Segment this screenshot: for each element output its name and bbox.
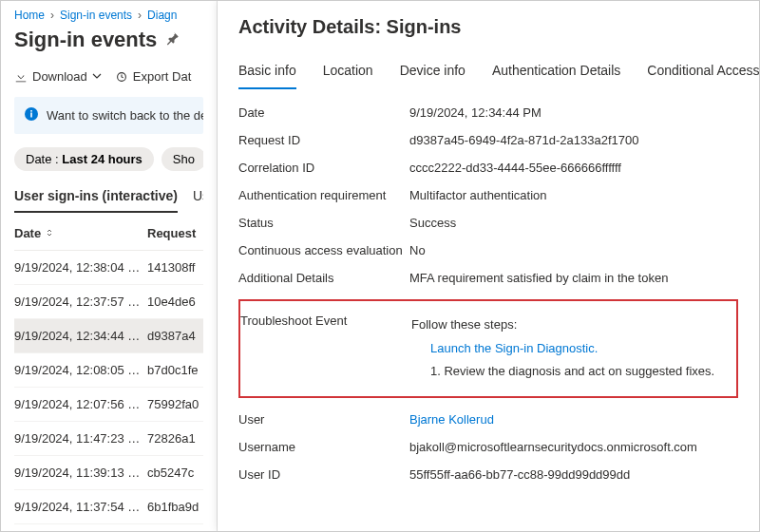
field-username: Usernamebjakoll@microsoftlearnsecuritydo… (238, 433, 738, 461)
svg-rect-2 (30, 113, 32, 118)
field-value: Multifactor authentication (409, 188, 738, 202)
breadcrumb-sign-in-events[interactable]: Sign-in events (60, 9, 132, 22)
tab-device-info[interactable]: Device info (400, 59, 466, 89)
field-label: User (238, 412, 409, 427)
field-value: bjakoll@microsoftlearnsecuritydocs.onmic… (409, 440, 738, 454)
chevron-right-icon: › (50, 9, 54, 22)
tab-conditional-access[interactable]: Conditional Access (647, 59, 759, 89)
left-pane: Home › Sign-in events › Diagn Sign-in ev… (1, 1, 218, 531)
field-correlation-id: Correlation IDcccc2222-dd33-4444-55ee-66… (238, 154, 738, 181)
tab-interactive-sign-ins[interactable]: User sign-ins (interactive) (14, 182, 178, 213)
table-row[interactable]: 9/19/2024, 12:37:57 …10e4de6 (14, 285, 203, 319)
field-request-id: Request IDd9387a45-6949-4f2a-871d-2a133a… (238, 126, 738, 154)
field-label: Authentication requirement (238, 188, 409, 202)
cell-date: 9/19/2024, 11:47:23 … (14, 431, 147, 446)
filter-date-value: Last 24 hours (62, 152, 142, 166)
field-value: MFA requirement satisfied by claim in th… (409, 271, 738, 285)
field-label: Date (238, 105, 409, 120)
chevron-down-icon (92, 69, 102, 84)
grid-header-date[interactable]: Date (14, 226, 147, 240)
tab-auth-details[interactable]: Authentication Details (492, 59, 620, 89)
field-value: 55ff55ff-aa66-bb77-cc88-99dd99dd99dd (409, 467, 738, 482)
info-icon (24, 106, 39, 124)
sort-icon (45, 226, 54, 240)
field-user-id: User ID55ff55ff-aa66-bb77-cc88-99dd99dd9… (238, 461, 738, 488)
tab-basic-info[interactable]: Basic info (238, 59, 296, 89)
cell-request: 141308ff (147, 260, 203, 275)
launch-diagnostic-link[interactable]: Launch the Sign-in Diagnostic. (430, 341, 598, 355)
field-label: Request ID (238, 133, 409, 147)
download-label: Download (32, 69, 87, 84)
cell-date: 9/19/2024, 12:34:44 … (14, 329, 147, 343)
filter-date-pill[interactable]: Date : Last 24 hours (14, 147, 154, 171)
table-row[interactable]: 9/19/2024, 11:39:13 …cb5247c (14, 456, 203, 490)
table-row[interactable]: 9/19/2024, 11:47:23 …72826a1 (14, 422, 203, 456)
field-auth-requirement: Authentication requirementMultifactor au… (238, 181, 738, 209)
cell-date: 9/19/2024, 12:08:05 … (14, 363, 147, 377)
cell-date: 9/19/2024, 11:39:13 … (14, 466, 147, 480)
export-label: Export Dat (133, 69, 191, 84)
page-title: Sign-in events (14, 28, 157, 52)
cell-request: 10e4de6 (147, 294, 203, 309)
breadcrumb-diagnostics[interactable]: Diagn (147, 9, 177, 22)
cell-request: cb5247c (147, 466, 203, 480)
cell-date: 9/19/2024, 11:37:54 … (14, 500, 147, 514)
filter-row: Date : Last 24 hours Sho (14, 147, 203, 171)
detail-title: Activity Details: Sign-ins (238, 16, 738, 38)
field-value: 9/19/2024, 12:34:44 PM (409, 105, 738, 120)
field-label: Username (238, 440, 409, 454)
table-row[interactable]: 9/19/2024, 12:38:04 …141308ff (14, 251, 203, 285)
grid-header-date-label: Date (14, 226, 41, 240)
user-link[interactable]: Bjarne Kollerud (409, 412, 494, 427)
breadcrumb: Home › Sign-in events › Diagn (14, 9, 203, 22)
cell-request: 6b1fba9d (147, 500, 203, 514)
grid-header: Date Request (14, 217, 203, 251)
table-row[interactable]: 9/19/2024, 12:34:44 …d9387a4 (14, 319, 203, 353)
troubleshoot-step: 1. Review the diagnosis and act on sugge… (411, 360, 736, 384)
filter-show-pill[interactable]: Sho (162, 147, 203, 171)
cell-request: b7d0c1fe (147, 363, 203, 377)
download-button[interactable]: Download (14, 69, 102, 84)
field-date: Date9/19/2024, 12:34:44 PM (238, 99, 738, 126)
list-tabs: User sign-ins (interactive) Us (14, 182, 203, 213)
cell-date: 9/19/2024, 12:07:56 … (14, 397, 147, 411)
troubleshoot-event-box: Troubleshoot Event Follow these steps: L… (238, 299, 738, 398)
field-label: Continuous access evaluation (238, 243, 409, 257)
chevron-right-icon: › (138, 9, 142, 22)
field-troubleshoot: Troubleshoot Event Follow these steps: L… (240, 307, 736, 390)
field-status: StatusSuccess (238, 209, 738, 237)
field-label: Correlation ID (238, 161, 409, 175)
troubleshoot-steps: Follow these steps: Launch the Sign-in D… (411, 314, 736, 384)
field-value: No (409, 243, 738, 257)
field-label: Additional Details (238, 271, 409, 285)
table-row[interactable]: 9/19/2024, 12:07:56 …75992fa0 (14, 388, 203, 422)
troubleshoot-intro: Follow these steps: (411, 314, 736, 337)
field-label: Troubleshoot Event (240, 314, 411, 328)
export-button[interactable]: Export Dat (115, 69, 191, 84)
field-value: cccc2222-dd33-4444-55ee-666666ffffff (409, 161, 738, 175)
breadcrumb-home[interactable]: Home (14, 9, 45, 22)
pin-icon[interactable] (166, 31, 181, 49)
field-cae: Continuous access evaluationNo (238, 237, 738, 264)
info-bar: Want to switch back to the defa (14, 97, 203, 134)
toolbar: Download Export Dat (14, 69, 203, 84)
cell-request: 72826a1 (147, 431, 203, 446)
field-value: Success (409, 216, 738, 230)
details-pane: Activity Details: Sign-ins Basic info Lo… (218, 1, 759, 531)
field-value: d9387a45-6949-4f2a-871d-2a133a2f1700 (409, 133, 738, 147)
grid-header-request[interactable]: Request (147, 226, 196, 240)
cell-date: 9/19/2024, 12:37:57 … (14, 294, 147, 309)
grid-body: 9/19/2024, 12:38:04 …141308ff 9/19/2024,… (14, 251, 203, 524)
field-label: User ID (238, 467, 409, 482)
table-row[interactable]: 9/19/2024, 12:08:05 …b7d0c1fe (14, 353, 203, 388)
filter-date-prefix: Date : (26, 152, 59, 166)
cell-date: 9/19/2024, 12:38:04 … (14, 260, 147, 275)
cell-request: 75992fa0 (147, 397, 203, 411)
tab-us[interactable]: Us (193, 182, 203, 213)
field-user: UserBjarne Kollerud (238, 406, 738, 433)
info-text: Want to switch back to the defa (47, 108, 203, 123)
page-title-row: Sign-in events (14, 28, 203, 52)
field-label: Status (238, 216, 409, 230)
tab-location[interactable]: Location (323, 59, 373, 89)
table-row[interactable]: 9/19/2024, 11:37:54 …6b1fba9d (14, 490, 203, 524)
